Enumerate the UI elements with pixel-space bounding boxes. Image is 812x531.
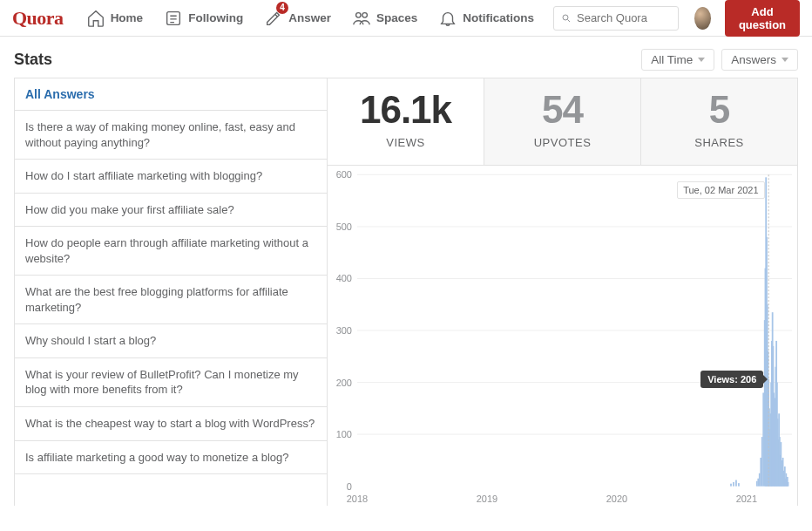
tooltip-date: Tue, 02 Mar 2021 [677,181,764,199]
chevron-down-icon [698,58,705,62]
nav-notifications[interactable]: Notifications [430,0,543,37]
svg-text:2021: 2021 [736,494,757,504]
answers-sidebar: All Answers Is there a way of making mon… [14,78,328,506]
svg-rect-22 [733,482,734,487]
sidebar-item[interactable]: What is your review of BulletProfit? Can… [15,358,327,407]
search-icon [561,12,572,24]
metric-label: VIEWS [335,136,477,149]
filter-label: Answers [731,53,776,66]
search-input[interactable] [577,11,671,24]
metric-shares[interactable]: 5 SHARES [641,78,797,166]
search-box[interactable] [553,6,679,31]
main-panel: 16.1k VIEWS 54 UPVOTES 5 SHARES 01002003… [328,78,798,506]
svg-text:400: 400 [336,273,352,283]
home-icon [86,9,105,28]
sidebar-item[interactable]: Is affiliate marketing a good way to mon… [15,441,327,475]
sidebar-item[interactable]: What are the best free blogging platform… [15,276,327,324]
svg-rect-23 [735,480,737,487]
metric-value: 16.1k [335,91,477,129]
svg-point-1 [356,12,362,17]
svg-text:200: 200 [336,378,352,388]
nav-label: Notifications [463,11,534,24]
metric-upvotes[interactable]: 54 UPVOTES [484,78,641,166]
nav-label: Home [111,11,144,24]
nav-answer[interactable]: 4 Answer [255,0,340,37]
spaces-icon [352,9,371,28]
svg-text:0: 0 [347,481,352,492]
tooltip-views: Views: 206 [700,371,763,388]
svg-text:100: 100 [336,429,352,439]
page-header: Stats All Time Answers [14,49,798,71]
nav-label: Spaces [376,11,417,24]
sidebar-item[interactable]: How did you make your first affiliate sa… [15,194,327,228]
add-question-button[interactable]: Add question [725,0,800,37]
time-filter[interactable]: All Time [641,49,714,71]
metric-label: UPVOTES [491,136,633,149]
svg-rect-24 [738,483,740,487]
svg-point-3 [563,15,568,20]
sidebar-item[interactable]: Is there a way of making money online, f… [15,111,327,160]
nav-home[interactable]: Home [78,0,152,37]
metric-label: SHARES [648,136,790,149]
following-icon [164,9,183,28]
svg-text:600: 600 [336,169,352,180]
svg-text:2018: 2018 [347,494,368,504]
page-title: Stats [14,51,52,69]
views-chart[interactable]: 01002003004005006002018201920202021 Tue,… [328,166,797,506]
metric-views[interactable]: 16.1k VIEWS [328,78,484,166]
nav-label: Following [188,11,243,24]
answer-badge: 4 [276,2,288,14]
svg-point-2 [362,12,368,17]
topbar: Quora Home Following 4 Answer Spaces Not… [0,0,812,37]
nav-spaces[interactable]: Spaces [343,0,426,37]
quora-logo[interactable]: Quora [12,7,64,30]
metric-value: 5 [648,91,790,129]
sidebar-item[interactable]: How do people earn through affiliate mar… [15,227,327,276]
svg-text:2019: 2019 [477,494,497,504]
bell-icon [438,9,457,28]
sidebar-item[interactable]: How do I start affiliate marketing with … [15,160,327,194]
svg-rect-21 [730,484,732,487]
svg-rect-67 [788,482,789,487]
nav-label: Answer [288,11,331,24]
svg-text:300: 300 [336,325,352,336]
chevron-down-icon [782,58,788,62]
sidebar-item[interactable]: What is the cheapest way to start a blog… [15,407,327,441]
metric-value: 54 [491,91,633,129]
sidebar-item[interactable]: Why should I start a blog? [15,324,327,358]
svg-text:2020: 2020 [606,494,627,504]
sidebar-header[interactable]: All Answers [15,78,327,111]
filter-label: All Time [651,53,693,66]
type-filter[interactable]: Answers [721,49,798,71]
svg-text:500: 500 [336,221,352,232]
avatar[interactable] [694,7,711,30]
nav-following[interactable]: Following [155,0,252,37]
